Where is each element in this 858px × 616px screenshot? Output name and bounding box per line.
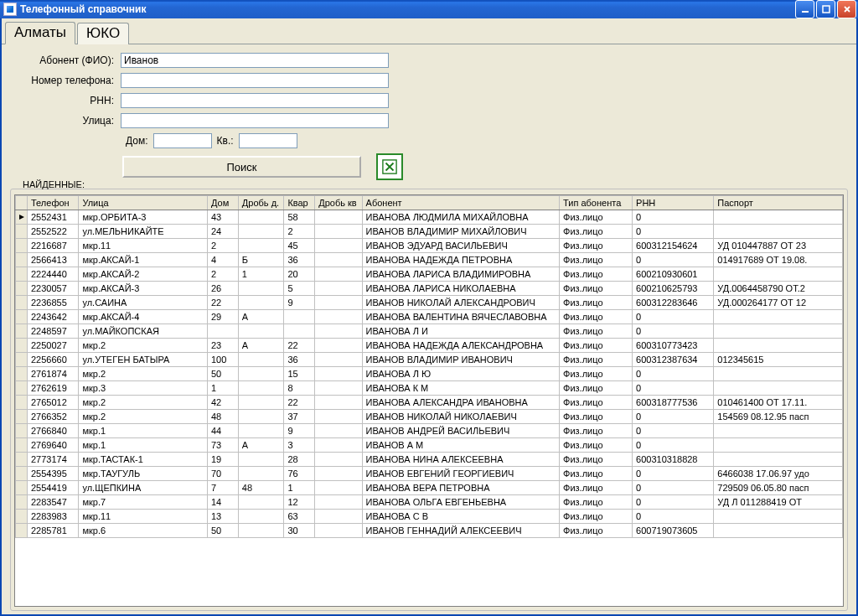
- row-selector[interactable]: [16, 510, 28, 524]
- table-row[interactable]: 2769640мкр.173А3ИВАНОВ А МФиз.лицо0: [16, 438, 843, 453]
- row-selector[interactable]: [16, 210, 28, 225]
- search-button[interactable]: Поиск: [122, 156, 361, 178]
- table-row[interactable]: 2773174мкр.ТАСТАК-11928ИВАНОВА НИНА АЛЕК…: [16, 453, 843, 467]
- table-row[interactable]: 2256660ул.УТЕГЕН БАТЫРА10036ИВАНОВ ВЛАДИ…: [16, 353, 843, 367]
- cell: Б: [238, 253, 284, 267]
- row-selector[interactable]: [16, 239, 28, 253]
- table-row[interactable]: 2283547мкр.71412ИВАНОВА ОЛЬГА ЕВГЕНЬЕВНА…: [16, 495, 843, 510]
- cell: 2566413: [28, 253, 79, 267]
- column-header[interactable]: Тип абонента: [560, 196, 633, 210]
- row-selector[interactable]: [16, 453, 28, 467]
- table-row[interactable]: 2762619мкр.318ИВАНОВА К МФиз.лицо0: [16, 381, 843, 396]
- row-selector[interactable]: [16, 481, 28, 495]
- table-row[interactable]: 2230057мкр.АКСАЙ-3265ИВАНОВА ЛАРИСА НИКО…: [16, 282, 843, 296]
- column-header[interactable]: Улица: [79, 196, 208, 210]
- row-selector[interactable]: [16, 381, 28, 396]
- cell: мкр.АКСАЙ-2: [79, 267, 208, 282]
- row-selector[interactable]: [16, 253, 28, 267]
- column-header[interactable]: РНН: [633, 196, 714, 210]
- house-input[interactable]: [153, 133, 212, 148]
- row-selector[interactable]: [16, 267, 28, 282]
- table-row[interactable]: 2761874мкр.25015ИВАНОВА Л ЮФиз.лицо0: [16, 367, 843, 381]
- tab-almaty[interactable]: Алматы: [5, 22, 75, 44]
- rnn-input[interactable]: [121, 93, 389, 108]
- table-row[interactable]: 2566413мкр.АКСАЙ-14Б36ИВАНОВА НАДЕЖДА ПЕ…: [16, 253, 843, 267]
- cell: 600310318828: [633, 453, 714, 467]
- phone-input[interactable]: [121, 73, 389, 88]
- cell: 014917689 ОТ 19.08.: [714, 253, 843, 267]
- cell: 0: [633, 481, 714, 495]
- street-input[interactable]: [121, 113, 389, 128]
- cell: [315, 438, 362, 453]
- row-selector[interactable]: [16, 410, 28, 424]
- table-row[interactable]: 2250027мкр.223А22ИВАНОВА НАДЕЖДА АЛЕКСАН…: [16, 339, 843, 353]
- cell: А: [238, 339, 284, 353]
- cell: [315, 424, 362, 438]
- cell: 600312283646: [633, 296, 714, 310]
- column-header[interactable]: Квар: [284, 196, 315, 210]
- row-selector[interactable]: [16, 467, 28, 481]
- row-selector[interactable]: [16, 438, 28, 453]
- abonent-input[interactable]: [121, 53, 389, 68]
- results-grid: ТелефонУлицаДомДробь д.КварДробь квАбоне…: [14, 194, 844, 607]
- table-row[interactable]: 2248597ул.МАЙКОПСКАЯИВАНОВА Л ИФиз.лицо0: [16, 324, 843, 339]
- table-row[interactable]: 2224440мкр.АКСАЙ-22120ИВАНОВА ЛАРИСА ВЛА…: [16, 267, 843, 282]
- row-selector[interactable]: [16, 282, 28, 296]
- row-selector[interactable]: [16, 310, 28, 324]
- cell: УД Л 011288419 ОТ: [714, 495, 843, 510]
- column-header[interactable]: Дробь д.: [238, 196, 284, 210]
- table-row[interactable]: 2766840мкр.1449ИВАНОВ АНДРЕЙ ВАСИЛЬЕВИЧФ…: [16, 424, 843, 438]
- column-header[interactable]: Телефон: [28, 196, 79, 210]
- column-header[interactable]: Дом: [208, 196, 239, 210]
- table-row[interactable]: 2765012мкр.24222ИВАНОВА АЛЕКСАНДРА ИВАНО…: [16, 396, 843, 410]
- table-row[interactable]: 2552522ул.МЕЛЬНИКАЙТЕ242ИВАНОВ ВЛАДИМИР …: [16, 225, 843, 239]
- row-selector[interactable]: [16, 524, 28, 538]
- row-selector[interactable]: [16, 396, 28, 410]
- column-header[interactable]: Абонент: [362, 196, 560, 210]
- row-selector[interactable]: [16, 324, 28, 339]
- cell: 600310773423: [633, 339, 714, 353]
- kv-input[interactable]: [239, 133, 297, 148]
- row-selector[interactable]: [16, 225, 28, 239]
- cell: [238, 381, 284, 396]
- row-selector[interactable]: [16, 353, 28, 367]
- cell: Физ.лицо: [560, 495, 633, 510]
- cell: [714, 367, 843, 381]
- maximize-button[interactable]: [816, 0, 835, 18]
- cell: [714, 339, 843, 353]
- export-excel-button[interactable]: [376, 153, 403, 180]
- table-row[interactable]: 2552431мкр.ОРБИТА-34358ИВАНОВА ЛЮДМИЛА М…: [16, 210, 843, 225]
- table-row[interactable]: 2554395мкр.ТАУГУЛЬ7076ИВАНОВ ЕВГЕНИЙ ГЕО…: [16, 467, 843, 481]
- column-header[interactable]: Дробь кв: [315, 196, 362, 210]
- cell: 2230057: [28, 282, 79, 296]
- row-selector[interactable]: [16, 495, 28, 510]
- row-selector[interactable]: [16, 367, 28, 381]
- cell: 7: [208, 481, 239, 495]
- cell: 2283547: [28, 495, 79, 510]
- minimize-button[interactable]: [795, 0, 814, 18]
- cell: Физ.лицо: [560, 225, 633, 239]
- cell: 48: [238, 481, 284, 495]
- row-selector[interactable]: [16, 296, 28, 310]
- row-selector[interactable]: [16, 339, 28, 353]
- table-row[interactable]: 2236855ул.САИНА229ИВАНОВ НИКОЛАЙ АЛЕКСАН…: [16, 296, 843, 310]
- table-row[interactable]: 2554419ул.ЩЕПКИНА7481ИВАНОВА ВЕРА ПЕТРОВ…: [16, 481, 843, 495]
- close-button[interactable]: [837, 0, 856, 18]
- cell: 154569 08.12.95 пасп: [714, 410, 843, 424]
- cell: Физ.лицо: [560, 510, 633, 524]
- cell: ИВАНОВА ОЛЬГА ЕВГЕНЬЕВНА: [362, 495, 560, 510]
- tab-uko[interactable]: ЮКО: [77, 23, 129, 44]
- cell: 0: [633, 210, 714, 225]
- column-header[interactable]: Паспорт: [714, 196, 843, 210]
- table-row[interactable]: 2216687мкр.11245ИВАНОВ ЭДУАРД ВАСИЛЬЕВИЧ…: [16, 239, 843, 253]
- table-row[interactable]: 2285781мкр.65030ИВАНОВ ГЕННАДИЙ АЛЕКСЕЕВ…: [16, 524, 843, 538]
- row-selector[interactable]: [16, 424, 28, 438]
- cell: [714, 424, 843, 438]
- table-row[interactable]: 2283983мкр.111363ИВАНОВА С ВФиз.лицо0: [16, 510, 843, 524]
- table-row[interactable]: 2766352мкр.24837ИВАНОВ НИКОЛАЙ НИКОЛАЕВИ…: [16, 410, 843, 424]
- cell: [714, 210, 843, 225]
- row-selector-header: [16, 196, 28, 210]
- results-scroll[interactable]: ТелефонУлицаДомДробь д.КварДробь квАбоне…: [15, 195, 843, 606]
- cell: [238, 495, 284, 510]
- table-row[interactable]: 2243642мкр.АКСАЙ-429АИВАНОВА ВАЛЕНТИНА В…: [16, 310, 843, 324]
